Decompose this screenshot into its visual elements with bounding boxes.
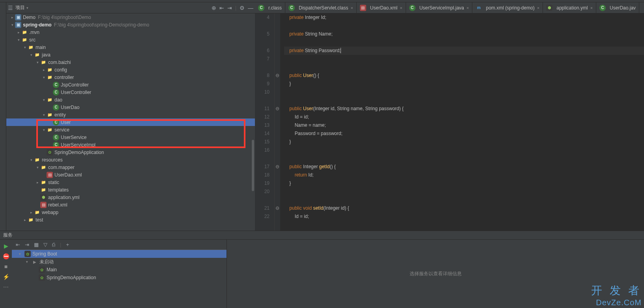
tab-application-yml[interactable]: ⬢application.yml× (543, 2, 596, 13)
tree-item-resources[interactable]: resources (6, 156, 255, 163)
tree-item-userservice[interactable]: CUserService (6, 133, 255, 141)
close-icon[interactable]: × (537, 6, 539, 10)
tree-item-controller[interactable]: controller (6, 73, 255, 81)
expand-arrow[interactable] (22, 218, 28, 222)
more-icon[interactable]: ⋯ (3, 284, 9, 290)
expand-arrow[interactable] (16, 30, 21, 34)
tree-item-test[interactable]: test (6, 216, 255, 223)
expand-arrow[interactable] (41, 75, 47, 79)
tb-layout-icon[interactable]: ⎙ (52, 242, 55, 248)
expand-arrow[interactable] (28, 158, 34, 162)
expand-arrow[interactable] (9, 23, 15, 27)
source-code[interactable]: private Integer Id; private String Name;… (280, 13, 644, 231)
tree-item--mvn[interactable]: .mvn (6, 28, 255, 36)
tree-item-jspcontroller[interactable]: CJspController (6, 81, 255, 88)
service-item-main[interactable]: ✿Main (12, 266, 227, 274)
expand-arrow[interactable] (41, 98, 47, 102)
expand-arrow[interactable] (35, 165, 40, 169)
services-detail: 选择服务以查看详细信息 开 发 者 DevZe.CoM (227, 240, 644, 308)
tree-item-application-yml[interactable]: ⬢application.yml (6, 193, 255, 201)
services-toolbar: ⇤ ⇥ ▦ ▽ ⎙ | + (12, 240, 227, 250)
expand-arrow[interactable] (22, 45, 28, 49)
tab-userserviceimpl-java[interactable]: CUserServiceImpl.java× (406, 2, 473, 13)
services-gutter-icons: ▶ ⛔ ■ ⚡ ⋯ (0, 240, 12, 308)
tb-add-icon[interactable]: + (66, 242, 69, 248)
gear-icon[interactable]: ⚙ (240, 5, 245, 11)
tree-item-main[interactable]: main (6, 43, 255, 51)
editor-pane: Cr.classCDispatcherServlet.class×▤UserDa… (255, 2, 644, 231)
tab-dispatcherservlet-class[interactable]: CDispatcherServlet.class× (285, 2, 357, 13)
project-sidebar: ☰ 项目 ▾ ⊕ ⇤ ⇥ | ⚙ — ▣DemoF:\big 4\springb… (6, 2, 255, 231)
close-icon[interactable]: × (466, 6, 469, 10)
tree-item-springdemoapplication[interactable]: ✿SpringDemoApplication (6, 148, 255, 156)
sidebar-menu-icon[interactable]: ☰ (8, 5, 13, 11)
tree-item-service[interactable]: service (6, 126, 255, 133)
expand-arrow[interactable] (41, 113, 47, 117)
tb-grid-icon[interactable]: ▦ (34, 242, 39, 248)
tree-item-userdao-xml[interactable]: ▤UserDao.xml (6, 171, 255, 178)
watermark: 开 发 者 DevZe.CoM (591, 283, 642, 307)
expand-arrow[interactable] (35, 60, 40, 64)
project-tree[interactable]: ▣DemoF:\big 4\springboot\Demo▣spring-dem… (6, 13, 255, 231)
expand-arrow[interactable] (9, 15, 15, 19)
tree-item-demo[interactable]: ▣DemoF:\big 4\springboot\Demo (6, 13, 255, 21)
tree-item-userserviceimpl[interactable]: CUserServiceImpl (6, 141, 255, 148)
sidebar-title[interactable]: 项目 ▾ (15, 4, 28, 11)
tree-scrollbar[interactable] (252, 140, 254, 191)
tree-item-com-mapper[interactable]: com.mapper (6, 163, 255, 171)
tab-r-class[interactable]: Cr.class (255, 2, 285, 13)
service-item--[interactable]: ▾▶未启动 (12, 258, 227, 266)
tab-userdao-jav[interactable]: CUserDao.jav (596, 2, 639, 13)
services-title[interactable]: 服务 (0, 231, 644, 240)
tree-item-dao[interactable]: dao (6, 96, 255, 103)
expand-arrow[interactable] (16, 38, 21, 42)
collapse-icon[interactable]: ⇤ (219, 5, 224, 11)
code-area[interactable]: 45678910111213141516171819202122 ⊖⊖⊖⊖ pr… (255, 13, 644, 231)
minimize-icon[interactable]: — (248, 5, 253, 11)
tb-outdent-icon[interactable]: ⇥ (25, 242, 29, 248)
services-panel: 服务 ▶ ⛔ ■ ⚡ ⋯ ⇤ ⇥ ▦ ▽ ⎙ | + ▾✿Spring Boot… (0, 231, 644, 308)
tree-item-usercontroller[interactable]: CUserController (6, 88, 255, 96)
editor-tabs[interactable]: Cr.classCDispatcherServlet.class×▤UserDa… (255, 2, 644, 13)
stop-icon[interactable]: ■ (4, 263, 7, 270)
services-hint: 选择服务以查看详细信息 (410, 270, 462, 277)
expand-arrow[interactable] (41, 68, 47, 72)
line-gutter: 45678910111213141516171819202122 (255, 13, 275, 231)
fold-gutter[interactable]: ⊖⊖⊖⊖ (275, 13, 280, 231)
expand-arrow[interactable] (28, 210, 34, 214)
close-icon[interactable]: × (350, 6, 353, 10)
service-item-spring-boot[interactable]: ▾✿Spring Boot (12, 250, 227, 258)
close-icon[interactable]: × (590, 6, 593, 10)
debug-icon[interactable]: ⛔ (3, 253, 9, 259)
tree-item-java[interactable]: java (6, 51, 255, 58)
services-tree[interactable]: ▾✿Spring Boot▾▶未启动✿Main✿SpringDemoApplic… (12, 250, 227, 282)
tab-userdao-xml[interactable]: ▤UserDao.xml× (357, 2, 406, 13)
tree-item-entity[interactable]: entity (6, 111, 255, 118)
close-icon[interactable]: × (400, 6, 402, 10)
tree-item-config[interactable]: config (6, 66, 255, 73)
tree-item-static[interactable]: static (6, 178, 255, 186)
run-icon[interactable]: ▶ (4, 243, 8, 249)
left-gutter (0, 2, 6, 231)
tree-item-rebel-xml[interactable]: ▤rebel.xml (6, 201, 255, 208)
tree-item-spring-demo[interactable]: ▣spring-demoF:\big 4\springboot\spring-D… (6, 21, 255, 28)
tree-item-templates[interactable]: templates (6, 186, 255, 193)
expand-arrow[interactable] (28, 53, 34, 57)
tb-indent-icon[interactable]: ⇤ (16, 242, 20, 248)
expand-arrow[interactable] (35, 180, 40, 184)
tree-item-userdao[interactable]: CUserDao (6, 103, 255, 111)
sidebar-toolbar: ☰ 项目 ▾ ⊕ ⇤ ⇥ | ⚙ — (6, 2, 255, 13)
tab-pom-xml-spring-demo-[interactable]: mpom.xml (spring-demo)× (472, 2, 543, 13)
tb-filter-icon[interactable]: ▽ (43, 242, 47, 248)
tree-item-com-baizhi[interactable]: com.baizhi (6, 58, 255, 66)
tree-item-user[interactable]: CUser (6, 118, 255, 126)
bolt-icon[interactable]: ⚡ (3, 274, 9, 280)
locate-icon[interactable]: ⊕ (212, 5, 216, 11)
tree-item-webapp[interactable]: webapp (6, 208, 255, 216)
service-item-springdemoapplication[interactable]: ✿SpringDemoApplication (12, 274, 227, 282)
tree-item-src[interactable]: src (6, 36, 255, 43)
expand-icon[interactable]: ⇥ (227, 5, 232, 11)
expand-arrow[interactable] (41, 128, 47, 132)
